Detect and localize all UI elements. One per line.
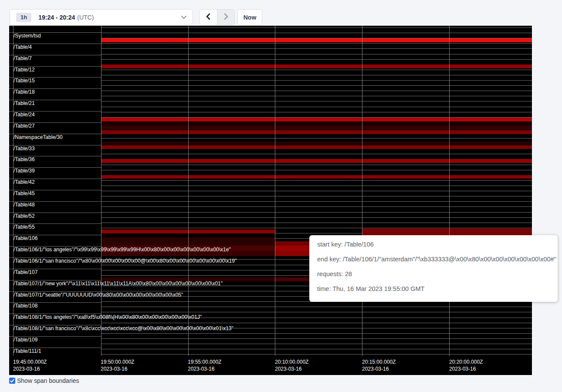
span-boundary-line (101, 170, 532, 170)
heat-band[interactable] (101, 145, 532, 149)
row-label: /Table/107/1/"new york"/"\x11\x11\x11\x1… (14, 281, 223, 287)
axis-tick-date: 2023-03-16 (13, 366, 40, 372)
chevron-right-icon (223, 13, 229, 21)
span-boundary-line (101, 165, 532, 165)
row-label: /Table/108/1/"san francisco"/"\x8c\xcc\x… (14, 326, 234, 331)
tooltip-start-key: start key: /Table/106 (317, 241, 558, 248)
prev-interval-button[interactable] (200, 10, 217, 25)
span-boundary-line (101, 323, 532, 323)
axis-tick-time: 19:50:00.000Z (101, 359, 134, 365)
span-boundary-line (101, 70, 532, 70)
span-boundary-line (101, 154, 532, 154)
span-boundary-line (101, 206, 532, 207)
span-boundary-line (101, 43, 532, 44)
heat-band[interactable] (101, 122, 532, 126)
row-label: /Table/108 (14, 303, 37, 309)
span-boundary-line (101, 101, 532, 101)
row-label: /Table/27 (14, 123, 35, 129)
span-boundary-line (101, 48, 532, 49)
row-label: /Table/107/1/"seattle"/"UUUUUUD\x00\x80\… (14, 292, 183, 298)
axis-tick-time: 19:45:00.000Z (13, 359, 47, 365)
time-range-dropdown[interactable]: 1h 19:24 - 20:24 (UTC) (10, 9, 193, 25)
axis-tick-date: 2023-03-16 (449, 366, 476, 372)
show-span-boundaries-checkbox[interactable] (9, 378, 15, 384)
row-label: /Table/107 (14, 270, 37, 275)
row-label: /Table/52 (14, 213, 35, 219)
show-span-boundaries-control[interactable]: Show span boundaries (9, 377, 79, 384)
row-label: /Table/21 (14, 101, 35, 106)
row-label: /Table/106/1/"san francisco"/"\x80\x00\x… (14, 258, 237, 264)
heat-band[interactable] (101, 142, 532, 145)
span-boundary-line (101, 59, 532, 60)
tooltip-end-key: end key: /Table/106/1/"amsterdam"/"\xb33… (317, 256, 558, 263)
time-pagination-group (199, 9, 235, 25)
span-boundary-line (101, 212, 532, 213)
row-label: /Table/39 (14, 168, 35, 174)
span-boundary-line (101, 91, 532, 91)
row-label: /Table/55 (14, 224, 35, 230)
now-button[interactable]: Now (237, 9, 262, 25)
axis-tick-date: 2023-03-16 (275, 366, 301, 372)
row-label: /Table/7 (14, 56, 32, 61)
range-text: 19:24 - 20:24 (38, 14, 75, 21)
chevron-down-icon (181, 16, 186, 19)
heat-band[interactable] (101, 38, 532, 42)
span-boundary-line (101, 307, 532, 307)
span-boundary-line (101, 27, 532, 28)
span-boundary-line (101, 33, 532, 33)
heat-band[interactable] (101, 175, 532, 179)
row-label: /Table/45 (14, 191, 35, 196)
row-label: /Table/106 (14, 236, 37, 241)
time-gridline (449, 26, 450, 356)
keyvisualizer-canvas[interactable]: /System/tsd/Table/4/Table/7/Table/12/Tab… (9, 26, 532, 375)
heat-band[interactable] (101, 130, 532, 134)
heat-band[interactable] (362, 229, 532, 235)
span-boundary-line (101, 112, 532, 112)
row-label: /Table/24 (14, 112, 35, 118)
span-boundary-line (101, 138, 532, 139)
span-boundary-line (101, 201, 532, 202)
span-boundary-line (101, 107, 532, 107)
time-gridline (188, 26, 189, 356)
axis-tick-time: 20:20:00.000Z (449, 359, 483, 365)
span-boundary-line (101, 312, 532, 312)
heat-band[interactable] (101, 159, 532, 163)
span-boundary-line (101, 217, 532, 218)
axis-tick-date: 2023-03-16 (362, 366, 389, 372)
span-boundary-line (101, 191, 532, 191)
row-label: /Table/12 (14, 67, 35, 73)
row-label: /Table/106/1/"los angeles"/"\x99\x99\x99… (14, 247, 231, 253)
span-boundary-line (101, 228, 532, 228)
span-boundary-line (101, 354, 532, 355)
range-utc-label: (UTC) (77, 14, 94, 21)
heat-band[interactable] (101, 64, 532, 68)
span-boundary-line (101, 338, 532, 339)
heat-band[interactable] (101, 118, 532, 122)
row-label: /Table/36 (14, 157, 35, 162)
row-label: /Table/42 (14, 179, 35, 185)
tooltip-time: time: Thu, 16 Mar 2023 19:55:00 GMT (317, 286, 558, 292)
row-label: /Table/48 (14, 202, 35, 208)
row-label: /NamespaceTable/30 (14, 135, 63, 140)
range-duration-badge: 1h (16, 13, 31, 22)
heat-band[interactable] (101, 126, 532, 130)
span-boundary-line (101, 196, 532, 196)
row-label: /Table/108/1/"los angeles"/"\xa8\xf5\u00… (14, 314, 202, 320)
row-label: /Table/15 (14, 78, 35, 84)
axis-tick-date: 2023-03-16 (101, 366, 127, 372)
row-label: /Table/109 (14, 337, 37, 343)
cell-tooltip: start key: /Table/106 end key: /Table/10… (309, 235, 558, 302)
axis-tick-time: 20:10:00.000Z (275, 359, 308, 365)
next-interval-button[interactable] (217, 10, 234, 25)
axis-tick-date: 2023-03-16 (188, 366, 214, 372)
axis-tick-time: 20:15:00.000Z (362, 359, 396, 365)
key-visualizer-page: 1h 19:24 - 20:24 (UTC) Now /System/tsd/T… (0, 0, 562, 392)
row-label: /System/tsd (14, 33, 41, 39)
span-boundary-line (101, 54, 532, 54)
span-boundary-line (101, 80, 532, 81)
time-gridline (275, 26, 275, 356)
time-gridline (101, 26, 102, 356)
span-boundary-line (101, 75, 532, 75)
span-boundary-line (101, 349, 532, 349)
span-boundary-line (101, 333, 532, 334)
